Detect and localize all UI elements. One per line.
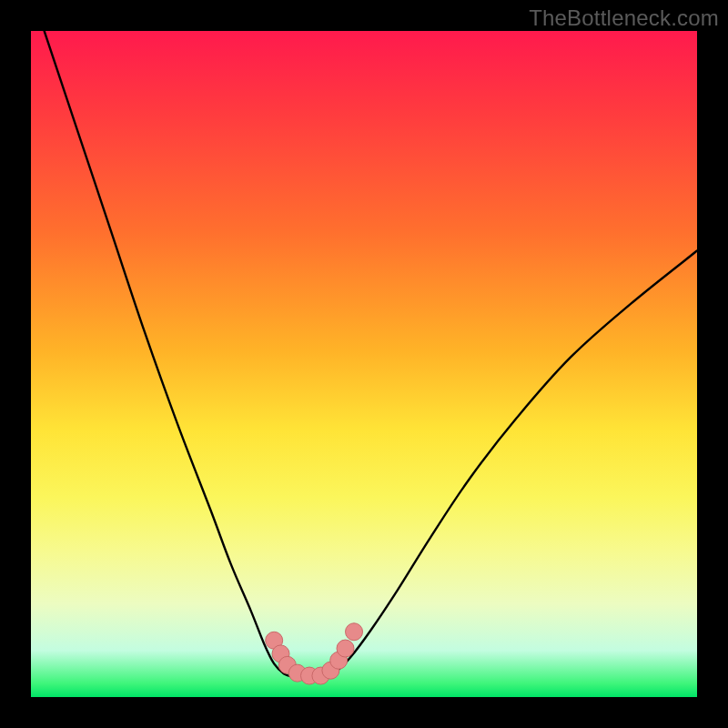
curve-group bbox=[45, 31, 697, 677]
series-0-path bbox=[45, 31, 295, 677]
marker-group bbox=[266, 623, 363, 684]
watermark-text: TheBottleneck.com bbox=[529, 5, 719, 31]
plot-area bbox=[31, 31, 697, 697]
plot-svg bbox=[31, 31, 697, 697]
data-marker bbox=[266, 632, 283, 649]
data-marker bbox=[322, 662, 339, 679]
series-1-path bbox=[324, 251, 697, 677]
data-marker bbox=[288, 664, 306, 682]
data-marker bbox=[278, 656, 296, 673]
chart-frame: TheBottleneck.com bbox=[0, 0, 728, 728]
data-marker bbox=[330, 652, 348, 669]
data-marker bbox=[272, 645, 289, 662]
data-marker bbox=[346, 623, 363, 641]
data-marker bbox=[300, 667, 318, 684]
data-marker bbox=[312, 667, 329, 684]
data-marker bbox=[337, 640, 354, 657]
